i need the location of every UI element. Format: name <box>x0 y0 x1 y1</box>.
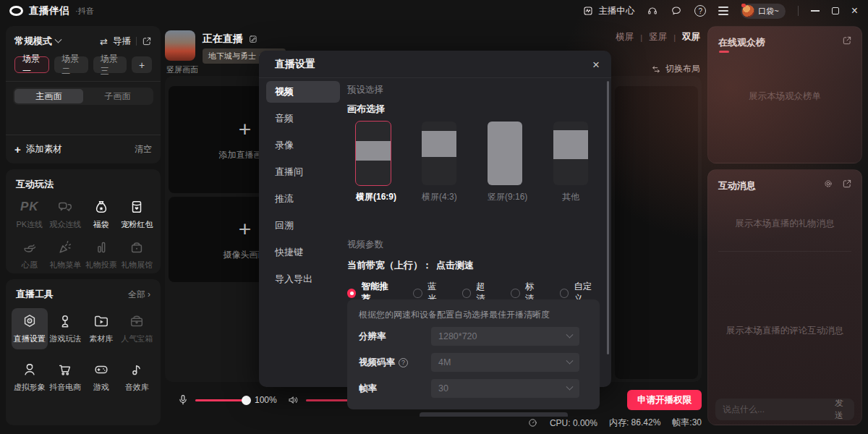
gauge-icon[interactable] <box>527 417 538 428</box>
radio-icon <box>560 289 569 298</box>
tab-portrait[interactable]: 竖屏 <box>649 31 667 43</box>
vote-chart-icon <box>93 239 109 255</box>
app-subtitle: ·抖音 <box>75 6 94 17</box>
interact-item-audience-link[interactable]: 观众连线 <box>48 198 84 230</box>
tool-item-games[interactable]: 游戏 <box>83 357 119 398</box>
chat-input[interactable] <box>723 404 835 414</box>
interact-panel-title: 互动玩法 <box>12 178 155 191</box>
apply-broadcast-button[interactable]: 申请开播权限 <box>627 390 702 410</box>
canvas-option-16-9[interactable] <box>356 122 391 185</box>
canvas-option-other[interactable] <box>553 122 588 185</box>
active-tab-indicator <box>719 51 729 53</box>
plus-icon: + <box>14 143 21 156</box>
director-button[interactable]: 导播 <box>113 35 131 48</box>
wish-lamp-icon <box>22 239 38 255</box>
menu-item-push-stream[interactable]: 推流 <box>266 188 340 210</box>
framerate-select[interactable]: 30 <box>431 379 579 398</box>
gear-icon[interactable] <box>823 179 833 189</box>
tool-item-popularity-box[interactable]: 人气宝箱 <box>119 308 156 349</box>
help-icon[interactable]: ? <box>694 5 706 17</box>
tool-item-game-play[interactable]: 游戏玩法 <box>48 308 84 349</box>
scene-panel: 常规模式 ⇄ 导播 场景一 场景二 场景三 + 主画面 子画面 + 添加素材 清… <box>6 26 161 163</box>
menu-item-recording[interactable]: 录像 <box>266 135 340 156</box>
clear-button[interactable]: 清空 <box>135 143 152 156</box>
mode-selector[interactable]: 常规模式 <box>14 35 52 48</box>
tool-item-sound-library[interactable]: 音效库 <box>119 357 156 398</box>
tab-sub-view[interactable]: 子画面 <box>83 89 152 103</box>
speed-test-link[interactable]: 点击测速 <box>436 259 474 272</box>
resolution-label: 分辨率 <box>359 331 386 343</box>
interact-item-pk[interactable]: PK PK连线 <box>12 198 48 230</box>
mic-volume-slider[interactable] <box>195 399 249 401</box>
interact-item-wish[interactable]: 心愿 <box>12 239 48 271</box>
menu-item-rewind[interactable]: 回溯 <box>266 215 340 237</box>
game-thumbnail <box>165 30 195 61</box>
menu-item-live-room[interactable]: 直播间 <box>266 161 340 183</box>
video-params-label: 视频参数 <box>347 239 383 251</box>
mic-icon[interactable] <box>176 393 190 407</box>
chevron-down-icon <box>566 383 574 390</box>
radio-icon <box>413 289 422 298</box>
help-circle-icon[interactable]: ? <box>399 358 408 367</box>
tab-main-view[interactable]: 主画面 <box>14 89 83 103</box>
speaker-icon[interactable] <box>287 393 300 407</box>
scene-tab-2[interactable]: 场景二 <box>54 56 88 73</box>
audience-panel-title[interactable]: 在线观众榜 <box>718 36 765 49</box>
interact-item-gift-hall[interactable]: 礼物展馆 <box>119 239 156 271</box>
canvas-option-9-16[interactable] <box>488 122 522 185</box>
send-button[interactable]: 发送 <box>835 397 847 422</box>
live-settings-icon <box>22 313 38 329</box>
tools-all-link[interactable]: 全部 › <box>128 289 150 301</box>
app-title: 直播伴侣 <box>29 4 69 17</box>
canvas-options <box>356 122 588 185</box>
add-material-button[interactable]: + 添加素材 <box>14 143 62 156</box>
app-logo: 直播伴侣 ·抖音 <box>0 4 94 17</box>
cart-icon <box>57 362 73 378</box>
interact-item-lucky-bag[interactable]: 福袋 <box>83 198 119 230</box>
switch-layout-icon <box>651 64 661 75</box>
canvas-option-4-3[interactable] <box>422 122 456 185</box>
tool-item-material-library[interactable]: 素材库 <box>83 308 119 349</box>
interact-item-gift-vote[interactable]: 礼物投票 <box>83 239 119 271</box>
anchor-center-icon <box>582 5 594 17</box>
scene-tab-3[interactable]: 场景三 <box>93 56 127 73</box>
tab-dual-screen[interactable]: 双屏 <box>682 31 700 43</box>
switch-layout-button[interactable]: 切换布局 <box>651 63 700 75</box>
anchor-center-button[interactable]: 主播中心 <box>582 5 634 17</box>
red-packet-icon <box>129 199 145 215</box>
tool-item-live-settings[interactable]: 直播设置 <box>12 308 48 349</box>
interact-item-red-packet[interactable]: 宠粉红包 <box>119 198 156 230</box>
edit-icon[interactable] <box>248 34 258 44</box>
popout-icon[interactable] <box>842 179 852 189</box>
tool-item-douyin-ecommerce[interactable]: 抖音电商 <box>48 357 84 398</box>
interact-item-gift-menu[interactable]: 礼物菜单 <box>48 239 84 271</box>
maximize-button[interactable] <box>832 7 839 14</box>
add-scene-button[interactable]: + <box>132 56 152 73</box>
dialog-close-icon[interactable]: × <box>592 59 600 71</box>
tool-item-virtual-avatar[interactable]: 虚拟形象 <box>12 357 48 398</box>
party-popper-icon <box>57 239 73 255</box>
menu-item-hotkeys[interactable]: 快捷键 <box>266 242 340 263</box>
radio-icon <box>347 289 356 298</box>
headset-icon[interactable] <box>647 5 658 17</box>
bitrate-select[interactable]: 4M <box>431 353 579 372</box>
user-account[interactable]: 口袋~ <box>741 4 785 19</box>
menu-item-import-export[interactable]: 导入导出 <box>266 268 340 290</box>
app-logo-icon <box>9 6 23 16</box>
popout-icon[interactable] <box>842 35 852 46</box>
chat-icon[interactable] <box>671 5 682 17</box>
bandwidth-label: 当前带宽（上行）： <box>347 259 432 272</box>
tab-landscape[interactable]: 横屏 <box>616 31 634 43</box>
avatar <box>742 5 754 17</box>
dialog-scrollbar[interactable] <box>607 81 609 354</box>
popout-icon[interactable] <box>142 36 152 46</box>
scene-tabs: 场景一 场景二 场景三 + <box>6 48 161 73</box>
menu-icon[interactable] <box>718 7 728 14</box>
menu-item-video[interactable]: 视频 <box>266 81 340 103</box>
scene-tab-1[interactable]: 场景一 <box>14 56 49 73</box>
slider-knob[interactable] <box>242 396 251 405</box>
close-button[interactable]: × <box>851 5 858 17</box>
resolution-select[interactable]: 1280*720 <box>431 327 579 346</box>
minimize-button[interactable] <box>811 10 820 12</box>
menu-item-audio[interactable]: 音频 <box>266 108 340 129</box>
